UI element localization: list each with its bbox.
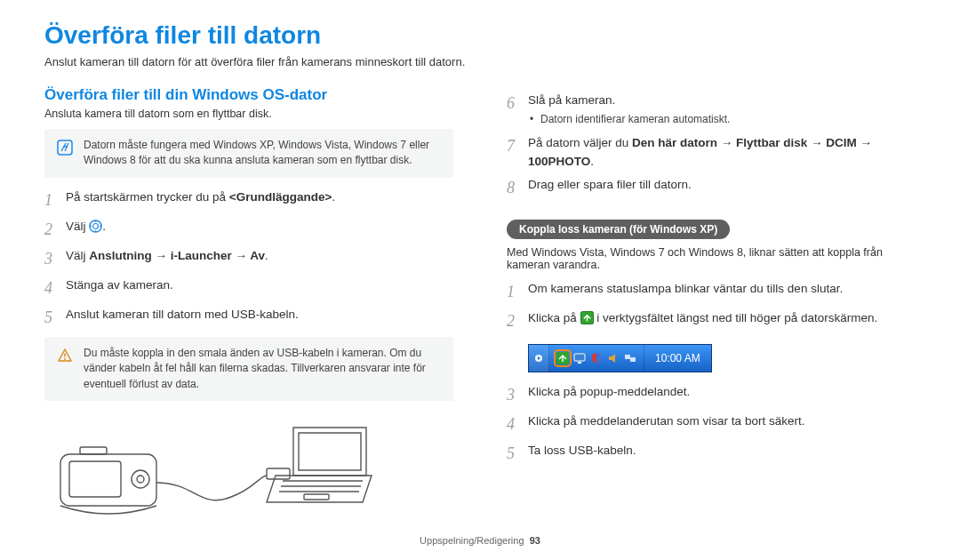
- svg-rect-10: [69, 461, 121, 497]
- safely-remove-icon[interactable]: [556, 352, 569, 364]
- svg-rect-14: [267, 468, 290, 479]
- svg-point-4: [95, 230, 97, 232]
- info-icon: [57, 140, 73, 156]
- section-header-windows: Överföra filer till din Windows OS-dator: [44, 86, 453, 104]
- svg-rect-9: [60, 454, 156, 506]
- disconnect-steps: 1 Om kamerans statuslampa blinkar väntar…: [507, 280, 916, 333]
- disc-num-5: 5: [507, 442, 528, 466]
- step-num-1: 1: [44, 188, 66, 212]
- page-intro: Anslut kameran till datorn för att överf…: [44, 55, 916, 68]
- step-2: Välj .: [66, 218, 453, 236]
- disc-step-1: Om kamerans statuslampa blinkar väntar d…: [528, 280, 916, 298]
- step-4: Stänga av kameran.: [66, 276, 453, 294]
- shield-icon[interactable]: [590, 352, 603, 364]
- disc-num-2: 2: [507, 309, 528, 333]
- svg-point-3: [95, 220, 97, 222]
- eject-tray-icon: [580, 311, 594, 324]
- svg-point-2: [93, 223, 99, 228]
- taskbar-expand-icon[interactable]: [529, 345, 549, 372]
- disconnect-steps-cont: 3 Klicka på popup-meddelandet. 4 Klicka …: [507, 383, 916, 466]
- volume-icon[interactable]: [607, 352, 620, 364]
- settings-mode-icon: [89, 220, 102, 233]
- disc-step-4: Klicka på meddelanderutan som visar ta b…: [528, 412, 916, 430]
- step-3: Välj Anslutning → i-Launcher → Av.: [66, 247, 453, 265]
- step-8: Drag eller spara filer till datorn.: [528, 176, 916, 194]
- step-num-3: 3: [44, 247, 66, 271]
- step-5: Anslut kameran till datorn med USB-kabel…: [66, 306, 453, 324]
- svg-point-12: [137, 476, 144, 483]
- svg-rect-18: [304, 494, 329, 500]
- svg-point-5: [90, 225, 92, 227]
- camera-laptop-illustration: [44, 412, 453, 522]
- svg-point-8: [64, 357, 66, 359]
- network-icon[interactable]: [624, 352, 636, 364]
- svg-rect-23: [578, 362, 581, 364]
- disc-step-2: Klicka på i verktygsfältet längst ned ti…: [528, 309, 916, 327]
- windows-taskbar: 10:00 AM: [528, 344, 712, 372]
- pill-after-text: Med Windows Vista, Windows 7 och Windows…: [507, 246, 916, 271]
- svg-point-11: [132, 470, 149, 488]
- step-7: På datorn väljer du Den här datorn → Fly…: [528, 134, 916, 171]
- svg-rect-25: [630, 357, 636, 362]
- disconnect-header-pill: Koppla loss kameran (för Windows XP): [507, 220, 730, 239]
- step-num-2: 2: [44, 218, 66, 242]
- warning-icon: [57, 348, 73, 364]
- page-footer: Uppspelning/Redigering 93: [0, 535, 960, 546]
- step-6: Slå på kameran. Datorn identifierar kame…: [528, 92, 916, 129]
- svg-rect-0: [58, 140, 72, 155]
- page-title: Överföra filer till datorn: [44, 21, 916, 50]
- svg-point-1: [90, 220, 101, 232]
- step-num-4: 4: [44, 276, 66, 300]
- disc-step-5: Ta loss USB-kabeln.: [528, 442, 916, 460]
- steps-right: 6 Slå på kameran. Datorn identifierar ka…: [507, 92, 916, 200]
- taskbar-clock[interactable]: 10:00 AM: [644, 345, 711, 372]
- step-num-7: 7: [507, 134, 528, 158]
- step-num-5: 5: [44, 306, 66, 330]
- monitor-icon[interactable]: [573, 352, 586, 364]
- info-note-text: Datorn måste fungera med Windows XP, Win…: [84, 138, 441, 169]
- disc-num-4: 4: [507, 412, 528, 436]
- left-column: Överföra filer till din Windows OS-dator…: [44, 86, 453, 522]
- disc-num-3: 3: [507, 383, 528, 407]
- step-num-8: 8: [507, 176, 528, 200]
- step-num-6: 6: [507, 92, 528, 116]
- disc-step-3: Klicka på popup-meddelandet.: [528, 383, 916, 401]
- right-column: 6 Slå på kameran. Datorn identifierar ka…: [507, 86, 916, 522]
- step-1: På startskärmen trycker du på <Grundlägg…: [66, 188, 453, 206]
- disc-num-1: 1: [507, 280, 528, 304]
- step-6-sub: Datorn identifierar kameran automatiskt.: [528, 111, 916, 127]
- svg-rect-13: [80, 447, 107, 454]
- warning-text: Du måste koppla in den smala änden av US…: [84, 346, 441, 392]
- svg-rect-22: [574, 354, 585, 361]
- left-subtext: Ansluta kamera till datorn som en flyttb…: [44, 108, 453, 120]
- info-note: Datorn måste fungera med Windows XP, Win…: [44, 129, 453, 178]
- svg-rect-24: [625, 355, 630, 359]
- steps-left: 1 På startskärmen trycker du på <Grundlä…: [44, 188, 453, 330]
- warning-note: Du måste koppla in den smala änden av US…: [44, 337, 453, 401]
